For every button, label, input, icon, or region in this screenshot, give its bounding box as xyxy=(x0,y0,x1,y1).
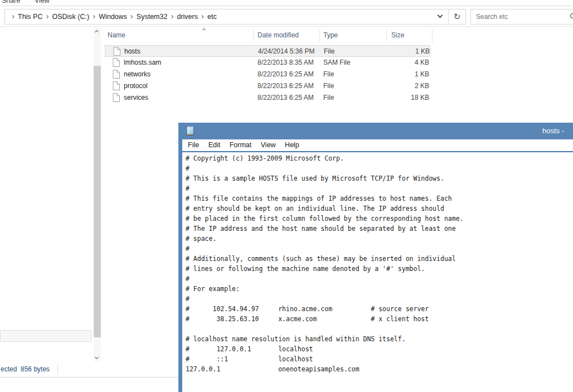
menu-file[interactable]: File xyxy=(188,139,199,151)
nav-pane-scrollbar[interactable] xyxy=(94,28,101,362)
ribbon-tab-view[interactable]: View xyxy=(35,0,50,4)
file-date: 8/22/2013 6:25 AM xyxy=(258,92,314,104)
file-size: 18 KB xyxy=(385,92,429,104)
status-text: ected 856 bytes xyxy=(1,365,50,373)
file-name: services xyxy=(124,92,148,104)
hosts-file-content[interactable]: # Copyright (c) 1993-2009 Microsoft Corp… xyxy=(182,152,573,374)
file-icon xyxy=(113,81,120,90)
notepad-window: hosts - File Edit Format View Help # Cop… xyxy=(178,123,573,392)
column-header-date-modified[interactable]: Date modified xyxy=(258,31,299,39)
file-icon xyxy=(113,93,120,102)
file-list-header: Name Date modified Type Size xyxy=(105,28,434,43)
notepad-menubar: File Edit Format View Help xyxy=(182,139,573,151)
refresh-button[interactable]: ↻ xyxy=(448,9,465,24)
file-type: SAM File xyxy=(323,57,351,69)
file-date: 8/22/2013 6:25 AM xyxy=(258,69,314,80)
chevron-right-icon[interactable]: › xyxy=(93,9,95,23)
search-box xyxy=(470,9,573,25)
breadcrumb-etc[interactable]: etc xyxy=(207,13,217,21)
file-name: hosts xyxy=(124,46,140,57)
address-bar-row: › This PC › OSDisk (C:) › Windows › Syst… xyxy=(0,7,573,27)
file-type: File xyxy=(323,80,334,92)
scroll-down-button[interactable] xyxy=(94,354,101,362)
search-icon xyxy=(570,13,573,21)
file-size: 1 KB xyxy=(385,46,430,57)
column-divider[interactable] xyxy=(386,30,387,42)
breadcrumb-drivers[interactable]: drivers xyxy=(177,13,198,21)
breadcrumb-system32[interactable]: System32 xyxy=(137,13,168,21)
file-name: networks xyxy=(124,69,150,80)
file-icon xyxy=(113,58,120,67)
file-name: lmhosts.sam xyxy=(124,57,161,69)
breadcrumb-osdisk-c[interactable]: OSDisk (C:) xyxy=(52,13,89,21)
chevron-right-icon[interactable]: › xyxy=(46,9,48,23)
file-icon xyxy=(113,70,120,79)
scrollbar-thumb[interactable] xyxy=(94,66,101,337)
file-type: File xyxy=(323,69,334,80)
file-date: 4/24/2014 5:36 PM xyxy=(258,46,314,57)
file-row-services[interactable]: services 8/22/2013 6:25 AM File 18 KB xyxy=(105,92,430,104)
column-divider[interactable] xyxy=(319,30,320,42)
notepad-window-title: hosts - xyxy=(542,127,573,135)
breadcrumb: › This PC › OSDisk (C:) › Windows › Syst… xyxy=(5,9,217,24)
menu-edit[interactable]: Edit xyxy=(208,139,221,151)
chevron-down-icon xyxy=(438,13,443,18)
notepad-icon xyxy=(186,125,195,137)
nav-pane-bottom-box xyxy=(0,330,91,342)
ribbon-tab-share[interactable]: Share xyxy=(2,0,20,4)
chevron-right-icon[interactable]: › xyxy=(171,9,173,23)
file-type: File xyxy=(323,92,334,104)
file-type: File xyxy=(324,46,334,57)
file-size: 4 KB xyxy=(385,57,429,69)
notepad-titlebar[interactable]: hosts - xyxy=(178,123,573,139)
file-row-networks[interactable]: networks 8/22/2013 6:25 AM File 1 KB xyxy=(105,69,430,80)
column-header-type[interactable]: Type xyxy=(323,31,338,39)
menu-view[interactable]: View xyxy=(261,139,276,151)
menu-help[interactable]: Help xyxy=(285,139,299,151)
address-dropdown-button[interactable] xyxy=(433,9,448,24)
file-row-lmhosts[interactable]: lmhosts.sam 8/22/2013 8:35 AM SAM File 4… xyxy=(105,57,430,69)
file-date: 8/22/2013 8:35 AM xyxy=(258,57,314,69)
search-input[interactable] xyxy=(471,9,560,24)
chevron-right-icon[interactable]: › xyxy=(201,9,204,23)
status-divider xyxy=(57,364,58,374)
file-size: 1 KB xyxy=(385,69,429,80)
chevron-up-icon xyxy=(95,30,99,34)
file-row-hosts[interactable]: hosts 4/24/2014 5:36 PM File 1 KB xyxy=(105,45,430,57)
breadcrumb-this-pc[interactable]: This PC xyxy=(18,13,42,21)
column-header-name[interactable]: Name xyxy=(108,31,125,39)
notepad-text-area[interactable]: # Copyright (c) 1993-2009 Microsoft Corp… xyxy=(182,152,573,392)
ribbon-strip: Share View xyxy=(0,0,573,6)
file-name: protocol xyxy=(124,80,148,92)
scroll-up-button[interactable] xyxy=(94,28,101,36)
sort-ascending-icon xyxy=(202,28,206,30)
file-size: 2 KB xyxy=(385,80,429,92)
menu-format[interactable]: Format xyxy=(230,139,252,151)
chevron-right-icon[interactable]: › xyxy=(12,9,14,23)
refresh-icon: ↻ xyxy=(454,12,461,22)
breadcrumb-windows[interactable]: Windows xyxy=(99,13,127,21)
column-header-size[interactable]: Size xyxy=(391,31,404,39)
file-icon xyxy=(113,47,120,56)
chevron-right-icon[interactable]: › xyxy=(130,9,133,23)
file-row-protocol[interactable]: protocol 8/22/2013 6:25 AM File 2 KB xyxy=(105,80,430,92)
status-bar: ected 856 bytes xyxy=(0,361,179,377)
file-date: 8/22/2013 6:25 AM xyxy=(258,80,314,92)
chevron-down-icon xyxy=(95,355,99,359)
screenshot-root: Share View › This PC › OSDisk (C:) › Win… xyxy=(0,0,573,392)
column-divider[interactable] xyxy=(432,30,433,42)
address-bar[interactable]: › This PC › OSDisk (C:) › Windows › Syst… xyxy=(4,9,466,25)
column-divider[interactable] xyxy=(253,30,254,42)
